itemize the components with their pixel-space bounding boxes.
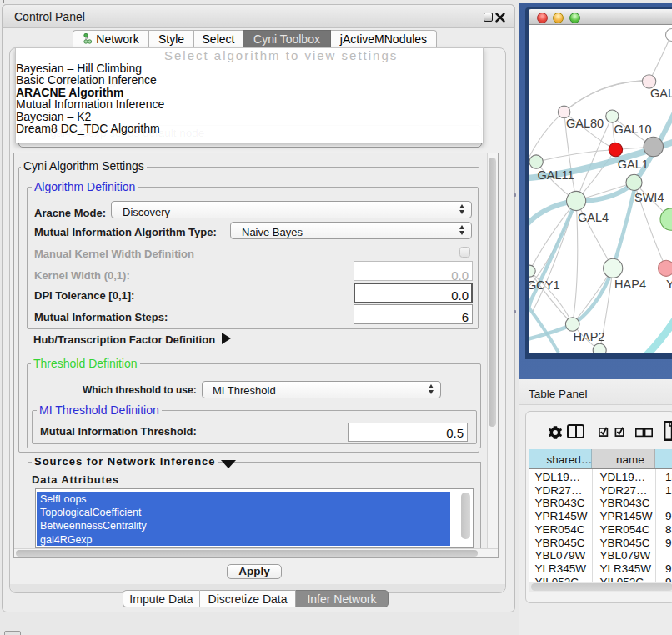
svg-text:HAP2: HAP2 [574,330,605,343]
svg-text:GAL1: GAL1 [618,158,649,171]
svg-text:GAL2: GAL2 [650,87,672,100]
svg-text:GAL11: GAL11 [538,168,574,182]
svg-text:SWI4: SWI4 [634,191,664,204]
svg-text:GAL4: GAL4 [578,211,609,224]
svg-text:Y: Y [666,278,672,291]
svg-text:GAL80: GAL80 [566,117,604,130]
svg-text:GAL10: GAL10 [614,122,651,136]
svg-text:GCY1: GCY1 [529,278,560,292]
svg-text:HAP4: HAP4 [614,278,646,291]
